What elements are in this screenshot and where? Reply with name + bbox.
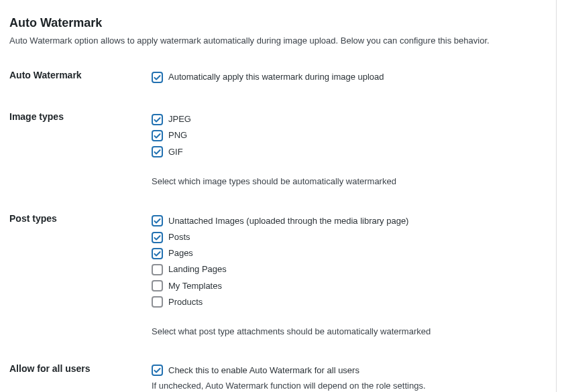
- checkbox-post-type-landing-pages[interactable]: [152, 264, 163, 275]
- check-icon: [153, 131, 162, 140]
- checkbox-label-post-type-posts[interactable]: Posts: [168, 231, 190, 243]
- checkbox-label-post-type-landing-pages[interactable]: Landing Pages: [168, 263, 227, 275]
- checkbox-image-type-gif[interactable]: [152, 146, 163, 157]
- image-types-group: JPEG PNG GIF: [152, 111, 549, 160]
- checkbox-post-type-unattached[interactable]: [152, 215, 163, 226]
- check-icon: [153, 216, 162, 225]
- check-icon: [153, 233, 162, 242]
- checkbox-label-post-type-pages[interactable]: Pages: [168, 247, 193, 259]
- checkbox-label-allow-all-users[interactable]: Check this to enable Auto Watermark for …: [168, 365, 359, 377]
- check-icon: [153, 249, 162, 258]
- checkbox-post-type-posts[interactable]: [152, 232, 163, 243]
- section-description: Auto Watermark option allows to apply wa…: [9, 36, 549, 46]
- check-icon: [153, 73, 162, 82]
- checkbox-label-image-type-jpeg[interactable]: JPEG: [168, 113, 191, 125]
- hint-allow-all-users: If unchecked, Auto Watermark function wi…: [152, 381, 549, 391]
- check-icon: [153, 115, 162, 124]
- field-label-image-types: Image types: [9, 111, 152, 213]
- checkbox-label-post-type-my-templates[interactable]: My Templates: [168, 280, 222, 292]
- checkbox-label-post-type-unattached[interactable]: Unattached Images (uploaded through the …: [168, 215, 408, 227]
- hint-image-types: Select which image types should be autom…: [152, 176, 549, 186]
- check-icon: [153, 366, 162, 375]
- checkbox-post-type-my-templates[interactable]: [152, 280, 163, 291]
- field-label-auto-watermark: Auto Watermark: [9, 70, 152, 111]
- checkbox-label-image-type-gif[interactable]: GIF: [168, 146, 183, 158]
- check-icon: [153, 147, 162, 156]
- checkbox-label-image-type-png[interactable]: PNG: [168, 129, 187, 141]
- checkbox-image-type-png[interactable]: [152, 130, 163, 141]
- checkbox-image-type-jpeg[interactable]: [152, 114, 163, 125]
- checkbox-label-auto-watermark[interactable]: Automatically apply this watermark durin…: [168, 71, 384, 83]
- section-title: Auto Watermark: [9, 16, 549, 30]
- checkbox-post-type-pages[interactable]: [152, 248, 163, 259]
- field-label-post-types: Post types: [9, 213, 152, 363]
- checkbox-auto-watermark[interactable]: [152, 72, 163, 83]
- field-label-allow-all-users: Allow for all users: [9, 363, 152, 392]
- hint-post-types: Select what post type attachments should…: [152, 326, 549, 336]
- checkbox-allow-all-users[interactable]: [152, 365, 163, 376]
- checkbox-post-type-products[interactable]: [152, 296, 163, 308]
- checkbox-label-post-type-products[interactable]: Products: [168, 296, 203, 308]
- post-types-group: Unattached Images (uploaded through the …: [152, 213, 549, 310]
